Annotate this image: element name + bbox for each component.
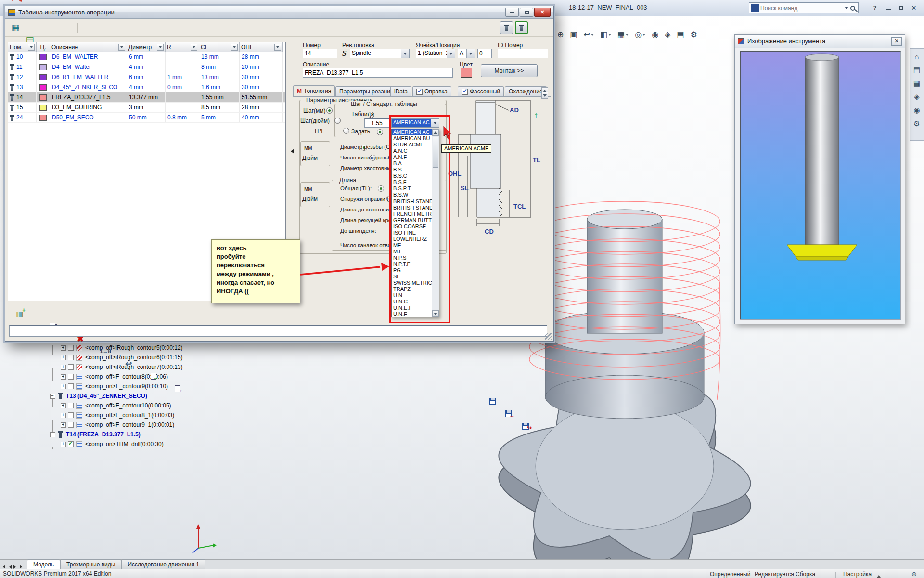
- dropdown-option[interactable]: U.N: [392, 292, 432, 299]
- dropdown-option-selected[interactable]: AMERICAN AC: [392, 129, 432, 135]
- expand-icon[interactable]: [61, 413, 66, 418]
- view-large-table-icon[interactable]: ▦: [9, 21, 22, 34]
- filter-button-icon[interactable]: [191, 44, 197, 51]
- op-checkbox[interactable]: [68, 355, 74, 360]
- tab-scroll-next[interactable]: [13, 565, 19, 569]
- dropdown-option[interactable]: B.S.F: [392, 179, 432, 185]
- tree-item[interactable]: <comp_off>F_contour9_1(0:00:01): [38, 420, 250, 430]
- combo-arrow-icon[interactable]: [431, 119, 439, 127]
- tool-info-toggle-button[interactable]: [500, 21, 513, 34]
- tree-item[interactable]: <comp_on>F_contour9(0:00:10): [38, 381, 250, 391]
- table-row[interactable]: 13 D4_45°_ZENKER_SECO 4 mm 0 mm 1.6 mm 3…: [8, 82, 285, 92]
- dropdown-option[interactable]: SWISS METRIC: [392, 280, 432, 286]
- dialog-minimize-button[interactable]: [505, 8, 519, 17]
- zoom-fit-icon[interactable]: ⊕: [557, 30, 564, 39]
- scrollbar-thumb[interactable]: [433, 137, 438, 168]
- panel-close-button[interactable]: ✕: [891, 37, 902, 46]
- dropdown-option[interactable]: B.S: [392, 167, 432, 173]
- tab-scroll-prev[interactable]: [6, 565, 13, 569]
- appearances-tab-icon[interactable]: ◈: [914, 92, 920, 101]
- expand-icon[interactable]: [61, 365, 66, 370]
- previous-view-icon[interactable]: ↩: [584, 30, 594, 39]
- tab-holder[interactable]: Оправка: [412, 86, 451, 96]
- tree-item[interactable]: <comp_off>iRough_contour7(0:00:13): [38, 362, 250, 372]
- tab-scroll-last[interactable]: [19, 565, 25, 569]
- thread-standard-combobox[interactable]: AMERICAN AC: [391, 118, 439, 128]
- dropdown-option[interactable]: MJ: [392, 249, 432, 255]
- filter-button-icon[interactable]: [157, 44, 164, 51]
- tab-idata[interactable]: iData: [390, 86, 411, 96]
- add-tool-button[interactable]: ▦+: [13, 307, 26, 320]
- header-num[interactable]: Ном.: [8, 42, 37, 52]
- dropdown-option[interactable]: B.S.W: [392, 192, 432, 198]
- holder-checkbox[interactable]: [416, 89, 423, 95]
- dropdown-option[interactable]: AMERICAN BU: [392, 135, 432, 142]
- hide-show-icon[interactable]: ◉: [652, 30, 658, 39]
- dropdown-option[interactable]: B.S.C: [392, 173, 432, 179]
- op-checkbox[interactable]: [68, 422, 74, 428]
- dropdown-option[interactable]: N.P.T.F: [392, 261, 432, 267]
- shaped-checkbox[interactable]: [462, 89, 468, 95]
- combo-arrow-icon[interactable]: [447, 49, 455, 58]
- tab-motion-study[interactable]: Исследование движения 1: [121, 559, 205, 569]
- header-color[interactable]: Ц.: [37, 42, 50, 52]
- op-checkbox[interactable]: [68, 403, 74, 408]
- tool-color-button[interactable]: [461, 68, 472, 78]
- minimize-button[interactable]: [883, 3, 894, 13]
- scroll-up-icon[interactable]: [432, 129, 439, 136]
- globe-icon[interactable]: ⊕: [911, 570, 917, 578]
- table-row-selected[interactable]: 14 FREZA_D13.377_L1.5 13.377 mm 1.55 mm …: [8, 92, 285, 103]
- dropdown-option[interactable]: ME: [392, 242, 432, 249]
- dropdown-option[interactable]: STUB ACME: [392, 142, 432, 148]
- dropdown-option[interactable]: SI: [392, 274, 432, 280]
- dropdown-option[interactable]: ISO FINE: [392, 230, 432, 236]
- dialog-restore-button[interactable]: [520, 8, 533, 17]
- filter-button-icon[interactable]: [274, 44, 281, 51]
- dropdown-option[interactable]: U.N.E.F: [392, 305, 432, 311]
- search-magnifier-icon[interactable]: [850, 6, 855, 11]
- filter-button-icon[interactable]: [28, 44, 35, 51]
- dropdown-option[interactable]: TRAPZ: [392, 286, 432, 292]
- dropdown-option[interactable]: BRITISH STAND: [392, 205, 432, 211]
- renumber-button[interactable]: 1→8: [99, 345, 112, 357]
- expand-icon[interactable]: [61, 374, 66, 380]
- appearance-icon[interactable]: ◈: [665, 30, 670, 39]
- tab-coolant[interactable]: Охлаждение: [505, 86, 547, 96]
- library-tab-icon[interactable]: ▤: [913, 66, 920, 74]
- tpi-radio[interactable]: [343, 128, 349, 134]
- table-row[interactable]: 11 D4_EM_Walter 4 mm 8 mm 20 mm: [8, 62, 285, 72]
- scene-icon[interactable]: ▤: [677, 30, 684, 39]
- section-view-icon[interactable]: ◧: [600, 30, 611, 39]
- dropdown-option[interactable]: B.A: [392, 160, 432, 167]
- tree-item[interactable]: <comp_off>F_contour8(0:00:06): [38, 372, 250, 381]
- collapse-icon[interactable]: [50, 394, 55, 399]
- op-checkbox[interactable]: [68, 412, 74, 418]
- dropdown-option[interactable]: BRITISH STAND: [392, 198, 432, 205]
- view-settings-icon[interactable]: ⚙: [691, 30, 697, 39]
- save-button[interactable]: [487, 395, 499, 407]
- filter-button-icon[interactable]: [118, 44, 125, 51]
- customize-caret-icon[interactable]: [877, 573, 881, 578]
- number-field[interactable]: [303, 49, 337, 58]
- tab-model[interactable]: Модель: [27, 559, 60, 569]
- export-table-button[interactable]: →: [147, 370, 160, 382]
- display-style-icon[interactable]: ◎: [635, 30, 645, 39]
- resize-grip[interactable]: [545, 333, 552, 340]
- command-search-box[interactable]: [749, 2, 859, 13]
- expand-icon[interactable]: [61, 345, 66, 351]
- explorer-tab-icon[interactable]: ▦: [913, 79, 920, 88]
- turret-combobox[interactable]: Spindle: [350, 49, 410, 58]
- tab-3d-views[interactable]: Трехмерные виды: [60, 559, 121, 569]
- combo-arrow-icon[interactable]: [401, 49, 409, 58]
- filter-button-icon[interactable]: [231, 44, 238, 51]
- dropdown-option[interactable]: PG: [392, 267, 432, 274]
- description-field[interactable]: [303, 68, 453, 78]
- help-button[interactable]: ?: [869, 3, 881, 13]
- search-scope-caret-icon[interactable]: [845, 7, 848, 11]
- position-extra-field[interactable]: [477, 49, 492, 58]
- table-row[interactable]: 10 D6_EM_WALTER 6 mm 13 mm 28 mm: [8, 52, 285, 62]
- header-ohl[interactable]: OHL: [240, 42, 283, 52]
- tree-item-tool[interactable]: T13 (D4_45°_ZENKER_SECO): [38, 391, 250, 401]
- dropdown-option[interactable]: U.N.F: [392, 311, 432, 317]
- tool-preview-toggle-button[interactable]: [515, 21, 528, 34]
